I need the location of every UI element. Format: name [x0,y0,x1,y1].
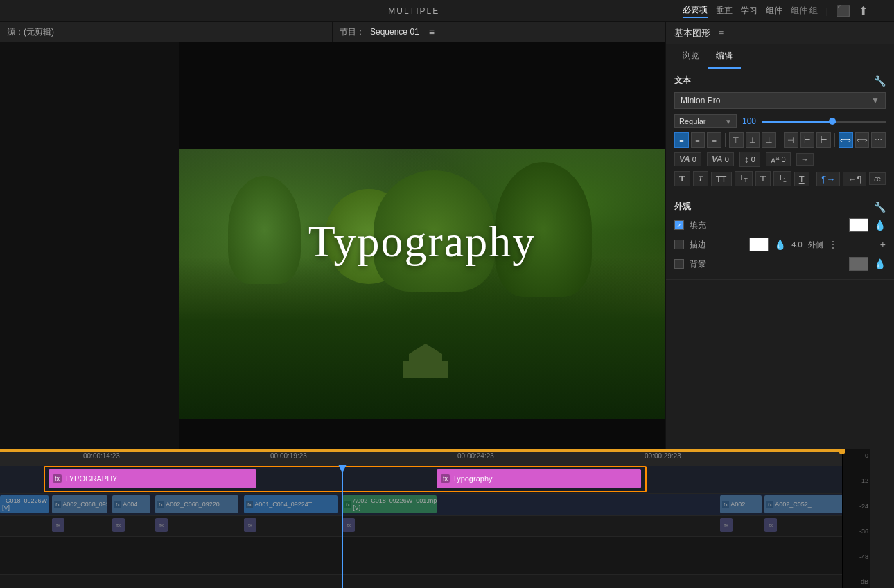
video-clip-5[interactable]: fxA001_C064_09224T... [244,495,338,513]
align-v-center-button[interactable]: ⊥ [746,132,760,148]
video-track-2: _C018_09226W_001.mp4 [V] fxA002_C068_092… [0,494,870,516]
program-menu-icon[interactable]: ≡ [429,26,435,37]
top-bar-right: 必要项 垂直 学习 组件 组件 组 | ⬛ ⬆ ⛶ [683,4,887,18]
stroke-checkbox[interactable] [674,240,684,249]
align-v-bottom-button[interactable]: ⊥ [762,132,776,148]
align-sep-3 [834,133,835,147]
workspace-tab-components2[interactable]: 组件 组 [791,5,818,17]
audio-fx-4[interactable]: fx [244,518,256,532]
stroke-menu-icon[interactable]: ⋮ [829,240,837,249]
clip-typography-2-label: Typography [453,474,492,483]
font-name-label: Minion Pro [681,96,720,105]
rtl-text-button[interactable]: ¶→ [816,172,840,186]
video-clip-6[interactable]: fxA002_C018_09226W_001.mp4 [V] [342,495,437,513]
align-center-button[interactable]: ≡ [691,132,705,148]
font-family-select[interactable]: Minion Pro ▼ [674,92,886,109]
appearance-settings-icon[interactable]: 🔧 [874,202,886,213]
appearance-title: 外观 [674,201,691,213]
audio-fx-3[interactable]: fx [155,518,168,532]
eg-menu-icon[interactable]: ≡ [719,28,724,38]
video-track-1: fx TYPOGRAPHY fx Typography [0,466,870,494]
text-section-title: 文本 [674,75,691,87]
video-clip-3[interactable]: fxA004 [112,495,150,513]
timeline-playhead[interactable] [342,466,343,588]
fill-color-swatch[interactable] [849,218,868,232]
align-v-top-button[interactable]: ⊤ [729,132,744,148]
font-size-slider[interactable] [762,121,886,123]
fill-checkbox[interactable] [674,220,684,230]
ltr-text-button[interactable]: ←¶ [843,172,866,186]
text-section: 文本 🔧 Minion Pro ▼ Regular ▼ 100 [666,69,894,195]
align-sep-1 [725,133,726,147]
leading-icon: ↕ [744,154,749,165]
ruler-mark-4: 00:00:29:23 [645,452,681,460]
program-panel-header[interactable]: 节目： Sequence 01 ≡ [333,22,665,42]
subscript-text-button[interactable]: T1 [773,171,791,186]
align-h-right-button[interactable]: ⊢ [816,132,831,148]
fill-row: 填充 💧 [674,218,886,232]
video-clip-2[interactable]: fxA002_C068_09220 [52,495,107,513]
appearance-section: 外观 🔧 填充 💧 描边 💧 4.0 外侧 ⋮ + [666,195,894,280]
essential-graphics-title: 基本图形 [674,27,710,39]
video-clip-8[interactable]: fxA002_C052_... [764,495,848,513]
fill-eyedropper-icon[interactable]: 💧 [874,220,886,231]
tab-edit[interactable]: 编辑 [708,44,741,69]
tracking-metric[interactable]: VA 0 [707,152,734,166]
background-eyedropper-icon[interactable]: 💧 [874,258,886,269]
workspace-tab-learn[interactable]: 学习 [741,5,757,17]
bold-text-button[interactable]: T [674,171,690,186]
video-clip-4[interactable]: fxA002_C068_09220 [155,495,238,513]
add-stroke-icon[interactable]: + [880,239,886,250]
fullscreen-icon[interactable]: ⛶ [876,5,887,17]
clip-typography-1[interactable]: fx TYPOGRAPHY [49,469,256,488]
kerning-icon: VA [679,154,690,164]
vu-label-36: -36 [859,528,868,535]
video-clip-1[interactable]: _C018_09226W_001.mp4 [V] [0,495,49,513]
audio-fx-6[interactable]: fx [720,518,733,532]
align-h-center-button[interactable]: ⊢ [800,132,815,148]
workspace-tab-vertical[interactable]: 垂直 [716,5,733,17]
align-justify-button[interactable]: ⟺ [839,132,853,148]
align-last-line-button[interactable]: ⟺ [855,132,870,148]
baseline-metric[interactable]: Aa 0 [766,152,791,167]
audio-fx-1[interactable]: fx [52,518,64,532]
leading-metric[interactable]: ↕ 0 [739,152,760,167]
background-checkbox[interactable] [674,259,684,269]
workspace-tab-essential[interactable]: 必要项 [683,4,708,18]
audio-fx-2[interactable]: fx [112,518,125,532]
align-right-button[interactable]: ≡ [707,132,721,148]
metrics-row: VA 0 VA 0 ↕ 0 Aa 0 → [674,152,886,167]
video-clip-7[interactable]: fxA002 [720,495,762,513]
align-all-button[interactable]: ⋯ [871,132,886,148]
tsumi-icon: → [801,155,809,163]
background-color-swatch[interactable] [849,257,868,271]
font-style-select[interactable]: Regular ▼ [674,114,737,128]
ligature-button[interactable]: æ [869,172,886,185]
smallcaps-text-button[interactable]: TT [735,171,753,186]
stroke-color-swatch[interactable] [749,238,769,251]
eg-tabs: 浏览 编辑 [666,44,894,69]
clip-typography-2[interactable]: fx Typography [437,469,641,488]
align-left-button[interactable]: ≡ [674,132,689,148]
text-settings-icon[interactable]: 🔧 [874,75,886,87]
tab-browse[interactable]: 浏览 [674,44,708,69]
allcaps-text-button[interactable]: TT [711,172,732,186]
audio-fx-5[interactable]: fx [342,518,355,532]
underline-text-button[interactable]: T [794,172,809,186]
tsumi-metric[interactable]: → [796,153,814,166]
workspace-tab-components[interactable]: 组件 [766,5,782,17]
monitor-icon[interactable]: ⬛ [836,4,850,17]
superscript-text-button[interactable]: T [755,171,771,186]
font-size-value[interactable]: 100 [742,116,756,126]
audio-fx-7[interactable]: fx [764,518,777,532]
export-icon[interactable]: ⬆ [859,4,868,17]
timeline-ruler[interactable]: 00:00:14:23 00:00:19:23 00:00:24:23 00:0… [0,449,870,466]
stroke-eyedropper-icon[interactable]: 💧 [774,239,786,250]
essential-graphics-header: 基本图形 ≡ [666,22,894,44]
stroke-width-value[interactable]: 4.0 [791,240,802,249]
app-title: MULTIPLE [388,6,439,16]
text-style-row: T T TT TT T T1 T ¶→ ←¶ æ [674,171,886,186]
kerning-metric[interactable]: VA 0 [674,152,701,166]
italic-text-button[interactable]: T [693,171,708,186]
align-h-left-button[interactable]: ⊣ [784,132,798,148]
